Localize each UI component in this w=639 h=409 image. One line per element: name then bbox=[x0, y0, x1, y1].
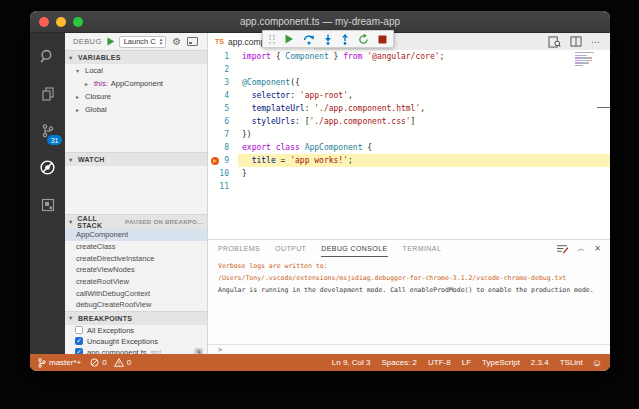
code-line[interactable]: 8export class AppComponent { bbox=[208, 141, 610, 154]
variables-section-header[interactable]: ▾ VARIABLES bbox=[65, 50, 207, 64]
git-branch-status[interactable]: master*+ bbox=[38, 358, 81, 368]
watch-section-title: WATCH bbox=[78, 156, 105, 163]
configure-launch-gear-icon[interactable]: ⚙ bbox=[172, 36, 181, 47]
line-number[interactable]: 6 bbox=[208, 115, 238, 128]
code-line[interactable]: 3@Component({ bbox=[208, 76, 610, 89]
code-text: export class AppComponent { bbox=[238, 141, 610, 154]
code-text: @Component({ bbox=[238, 76, 610, 89]
call-stack-frame[interactable]: debugCreateRootView bbox=[65, 299, 207, 311]
close-panel-icon[interactable]: ✕ bbox=[594, 244, 601, 253]
variable-row[interactable]: ▸Global bbox=[65, 103, 207, 116]
watch-section-header[interactable]: ▾ WATCH bbox=[65, 152, 207, 166]
variables-section-title: VARIABLES bbox=[78, 54, 121, 61]
code-line[interactable]: 10} bbox=[208, 167, 610, 180]
code-line[interactable]: 9 title = 'app works!'; bbox=[208, 154, 610, 167]
call-stack-section-header[interactable]: ▾ CALL STACK PAUSED ON BREAKPO... bbox=[65, 214, 207, 229]
line-number[interactable]: 2 bbox=[208, 63, 238, 76]
variable-value: AppComponent bbox=[111, 79, 163, 88]
status-item[interactable]: Ln 9, Col 3 bbox=[332, 358, 371, 367]
breakpoint-row[interactable]: ✓app.component.tssrc/...9 bbox=[65, 347, 207, 354]
call-stack-frame[interactable]: createClass bbox=[65, 241, 207, 253]
code-line[interactable]: 11 bbox=[208, 180, 610, 193]
scope-label: Local bbox=[85, 66, 103, 75]
breakpoint-checkbox[interactable] bbox=[75, 326, 83, 334]
line-number[interactable]: 3 bbox=[208, 76, 238, 89]
activity-explorer-icon[interactable] bbox=[30, 75, 65, 112]
status-item[interactable]: TSLint bbox=[560, 358, 583, 367]
variable-row[interactable]: ▸this:AppComponent bbox=[65, 77, 207, 90]
line-number[interactable]: 11 bbox=[208, 180, 238, 193]
variable-row[interactable]: ▾Local bbox=[65, 64, 207, 77]
split-editor-icon[interactable] bbox=[570, 36, 582, 47]
feedback-smiley-icon[interactable]: ☺ bbox=[592, 358, 602, 368]
maximize-panel-icon[interactable]: ︿ bbox=[577, 243, 585, 254]
window-title: app.component.ts — my-dream-app bbox=[30, 16, 610, 27]
code-line[interactable]: 2 bbox=[208, 63, 610, 76]
code-editor[interactable]: 1import { Component } from '@angular/cor… bbox=[208, 50, 610, 239]
restart-button[interactable] bbox=[358, 34, 369, 45]
code-line[interactable]: 1import { Component } from '@angular/cor… bbox=[208, 50, 610, 63]
more-actions-icon[interactable]: ⋯ bbox=[591, 37, 601, 47]
activity-extensions-icon[interactable] bbox=[30, 186, 65, 223]
line-number[interactable]: 4 bbox=[208, 89, 238, 102]
breakpoint-current-line-icon[interactable] bbox=[211, 157, 219, 165]
console-prompt: > bbox=[218, 346, 222, 354]
status-item[interactable]: UTF-8 bbox=[428, 358, 451, 367]
breakpoint-checkbox[interactable]: ✓ bbox=[75, 337, 83, 345]
call-stack-frame[interactable]: createRootView bbox=[65, 276, 207, 288]
expand-icon: ▾ bbox=[69, 54, 75, 62]
open-preview-icon[interactable] bbox=[548, 36, 561, 48]
code-line[interactable]: 6 styleUrls: ['./app.component.css'] bbox=[208, 115, 610, 128]
stop-button[interactable] bbox=[378, 35, 387, 44]
token: { bbox=[271, 52, 285, 61]
code-text: templateUrl: './app.component.html', bbox=[238, 102, 610, 115]
launch-configuration-select[interactable]: Launch C ▲▼ bbox=[119, 36, 167, 48]
code-line[interactable]: 4 selector: 'app-root', bbox=[208, 89, 610, 102]
line-number[interactable]: 5 bbox=[208, 102, 238, 115]
debug-console-input[interactable]: > bbox=[208, 344, 610, 354]
clear-console-icon[interactable] bbox=[556, 244, 568, 254]
panel-tab-output[interactable]: OUTPUT bbox=[275, 240, 306, 257]
step-over-button[interactable] bbox=[303, 34, 315, 45]
step-out-button[interactable] bbox=[341, 34, 349, 45]
activity-search-icon[interactable] bbox=[30, 38, 65, 75]
breakpoint-row[interactable]: All Exceptions bbox=[65, 325, 207, 336]
variable-row[interactable]: ▸Closure bbox=[65, 90, 207, 103]
panel-tab-problems[interactable]: PROBLEMS bbox=[218, 240, 260, 257]
line-number[interactable]: 9 bbox=[208, 154, 238, 167]
breakpoints-section-header[interactable]: ▾ BREAKPOINTS bbox=[65, 311, 207, 325]
panel-tab-terminal[interactable]: TERMINAL bbox=[403, 240, 442, 257]
continue-button[interactable] bbox=[284, 34, 294, 44]
activity-debug-icon[interactable] bbox=[30, 149, 65, 186]
breakpoint-row[interactable]: ✓Uncaught Exceptions bbox=[65, 336, 207, 347]
line-number[interactable]: 8 bbox=[208, 141, 238, 154]
status-item[interactable]: LF bbox=[462, 358, 471, 367]
call-stack-section-title: CALL STACK bbox=[77, 215, 118, 229]
minimize-window-button[interactable] bbox=[56, 17, 66, 27]
panel-tab-debug-console[interactable]: DEBUG CONSOLE bbox=[321, 240, 387, 257]
activity-source-control-icon[interactable]: 31 bbox=[30, 112, 65, 149]
line-number[interactable]: 1 bbox=[208, 50, 238, 63]
problems-status[interactable]: 0 0 bbox=[90, 358, 131, 367]
call-stack-frame[interactable]: AppComponent bbox=[65, 229, 207, 241]
code-line[interactable]: 7}) bbox=[208, 128, 610, 141]
expand-icon: ▾ bbox=[69, 314, 75, 322]
close-window-button[interactable] bbox=[39, 17, 49, 27]
line-number[interactable]: 10 bbox=[208, 167, 238, 180]
status-item[interactable]: 2.3.4 bbox=[531, 358, 549, 367]
status-item[interactable]: Spaces: 2 bbox=[381, 358, 417, 367]
status-item[interactable]: TypeScript bbox=[482, 358, 520, 367]
code-line[interactable]: 5 templateUrl: './app.component.html', bbox=[208, 102, 610, 115]
zoom-window-button[interactable] bbox=[73, 17, 83, 27]
call-stack-frame[interactable]: createDirectiveInstance bbox=[65, 252, 207, 264]
toolbar-drag-handle[interactable] bbox=[269, 35, 275, 44]
minimap[interactable] bbox=[575, 52, 601, 67]
debug-console-toggle-icon[interactable] bbox=[187, 37, 198, 46]
line-number[interactable]: 7 bbox=[208, 128, 238, 141]
start-debugging-button[interactable] bbox=[106, 37, 115, 46]
step-into-button[interactable] bbox=[324, 34, 332, 45]
token: }) bbox=[242, 130, 252, 139]
call-stack-frame[interactable]: createViewNodes bbox=[65, 264, 207, 276]
call-stack-frame[interactable]: callWithDebugContext bbox=[65, 287, 207, 299]
bottom-panel: PROBLEMSOUTPUTDEBUG CONSOLETERMINAL ︿ ✕ … bbox=[208, 239, 610, 354]
